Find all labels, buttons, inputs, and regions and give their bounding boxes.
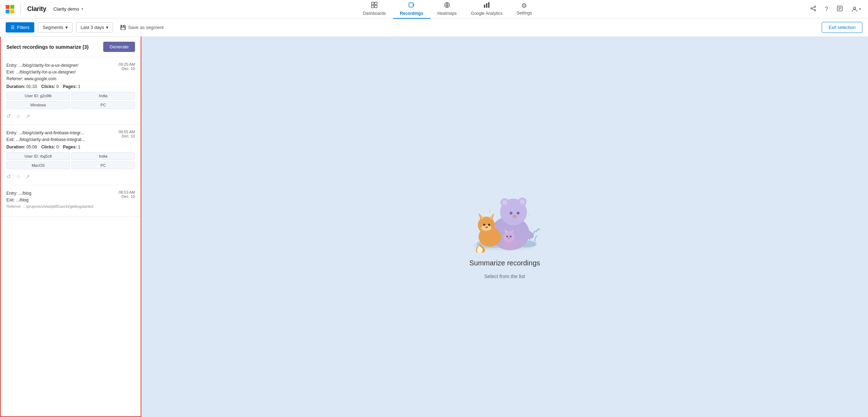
date-range-label: Last 3 days [81, 25, 104, 30]
user-id-tag: User ID: g2o9lb [6, 92, 70, 100]
svg-rect-0 [6, 5, 10, 9]
share-icon[interactable]: ↗ [25, 174, 30, 180]
recording-url-block: Entry: .../blog/clarity-and-firebase-int… [6, 130, 85, 143]
pages-meta: Pages: 1 [63, 84, 80, 89]
svg-point-18 [814, 10, 816, 11]
svg-point-38 [514, 215, 516, 217]
recording-meta: Duration: 01:33 Clicks: 0 Pages: 1 [6, 84, 135, 89]
svg-marker-9 [414, 4, 415, 6]
help-button[interactable]: ? [823, 5, 829, 14]
recording-time: 08:53 AM Dec. 10 [119, 190, 135, 199]
svg-point-57 [506, 235, 508, 237]
svg-point-16 [814, 6, 816, 7]
dashboards-icon [371, 2, 377, 10]
account-button[interactable]: ▾ [850, 5, 862, 14]
svg-rect-7 [375, 5, 377, 8]
svg-rect-3 [10, 10, 14, 13]
tab-google-analytics-label: Google Analytics [471, 11, 502, 16]
star-icon[interactable]: ☆ [16, 174, 20, 180]
left-panel-header: Select recordings to summarize (3) Gener… [1, 37, 141, 57]
svg-point-58 [510, 235, 512, 237]
toolbar: ☰ Filters Segments ▾ Last 3 days ▾ 💾 Sav… [0, 18, 868, 37]
time-value: 08:53 AM [119, 190, 135, 194]
tab-recordings[interactable]: Recordings [393, 0, 430, 19]
country-tag: India [71, 92, 135, 100]
tab-heatmaps-label: Heatmaps [438, 11, 457, 16]
recordings-icon [409, 2, 415, 10]
tab-dashboards-label: Dashboards [363, 11, 386, 16]
time-value: 09:25 AM [119, 62, 135, 66]
notes-button[interactable] [835, 4, 844, 14]
replay-icon[interactable]: ↺ [6, 174, 11, 180]
left-panel: Select recordings to summarize (3) Gener… [0, 37, 141, 417]
account-chevron-icon: ▾ [859, 7, 861, 11]
share-button[interactable] [809, 4, 818, 14]
summary-illustration: ✦ ✦ · [459, 175, 551, 253]
recording-tags: User ID: g2o9lb India Windows PC [6, 92, 135, 109]
recording-meta: Duration: 05:08 Clicks: 0 Pages: 1 [6, 145, 135, 149]
os-tag: MacOS [6, 161, 70, 169]
save-segment-button[interactable]: 💾 Save as segment [117, 23, 167, 32]
duration-meta: Duration: 05:08 [6, 145, 37, 149]
exit-url: Exit: .../blog/clarity-and-firebase-inte… [6, 136, 85, 143]
exit-url: Exit: .../blog [6, 197, 93, 204]
svg-rect-4 [371, 2, 374, 5]
date-value: Dec. 10 [119, 134, 135, 138]
project-chevron-icon: ▾ [81, 7, 83, 11]
svg-point-59 [508, 237, 510, 239]
exit-selection-button[interactable]: Exit selection [822, 22, 862, 33]
segments-button[interactable]: Segments ▾ [38, 22, 72, 33]
right-panel: ✦ ✦ · Summarize recordings Select from t… [141, 37, 868, 417]
replay-icon[interactable]: ↺ [6, 113, 11, 119]
generate-label: Generate [110, 44, 129, 49]
recording-time: 09:25 AM Dec. 10 [119, 62, 135, 71]
nav-tabs: Dashboards Recordings Heatmaps [86, 0, 809, 19]
svg-point-52 [503, 231, 515, 242]
share-icon[interactable]: ↗ [25, 113, 30, 119]
filters-button[interactable]: ☰ Filters [6, 22, 34, 33]
pages-meta: Pages: 1 [63, 145, 80, 149]
settings-icon: ⚙ [521, 2, 527, 10]
save-icon: 💾 [120, 25, 126, 30]
recording-url-block: Entry: .../blog Exit: .../blog Referrer:… [6, 190, 93, 210]
svg-point-25 [854, 7, 856, 9]
date-range-button[interactable]: Last 3 days ▾ [76, 22, 113, 33]
svg-line-20 [812, 8, 814, 10]
tab-recordings-label: Recordings [400, 11, 423, 16]
entry-url: Entry: .../blog [6, 190, 93, 197]
svg-text:✦: ✦ [488, 208, 492, 214]
referrer: Referrer: www.google.com [6, 76, 78, 82]
entry-url: Entry: .../blog/clarity-for-a-ux-designe… [6, 62, 78, 69]
svg-point-33 [502, 200, 507, 205]
tab-google-analytics[interactable]: Google Analytics [464, 0, 509, 19]
svg-rect-15 [488, 2, 489, 8]
clicks-meta: Clicks: 0 [41, 84, 59, 89]
exit-url: Exit: .../blog/clarity-for-a-ux-designer… [6, 69, 78, 76]
clicks-meta: Clicks: 0 [41, 145, 59, 149]
recording-actions: ↺ ☆ ↗ [6, 172, 135, 180]
recording-tags: User ID: rbg5c8 India MacOS PC [6, 152, 135, 169]
brand-area: Clarity [6, 4, 46, 14]
tab-dashboards[interactable]: Dashboards [356, 0, 393, 19]
tab-heatmaps[interactable]: Heatmaps [430, 0, 464, 19]
svg-rect-2 [6, 10, 10, 13]
recording-card[interactable]: Entry: .../blog/clarity-for-a-ux-designe… [1, 57, 141, 125]
project-name: Clarity demo [53, 6, 79, 12]
generate-button[interactable]: Generate [103, 42, 135, 52]
svg-text:·: · [528, 221, 528, 224]
entry-url: Entry: .../blog/clarity-and-firebase-int… [6, 130, 85, 136]
top-navigation: Clarity Clarity demo ▾ Dashboards [0, 0, 868, 18]
star-icon[interactable]: ☆ [16, 113, 20, 119]
heatmaps-icon [444, 2, 450, 10]
duration-meta: Duration: 01:33 [6, 84, 37, 89]
svg-rect-14 [486, 3, 487, 8]
recording-card[interactable]: Entry: .../blog/clarity-and-firebase-int… [1, 125, 141, 185]
tab-settings[interactable]: ⚙ Settings [510, 0, 539, 18]
recording-card[interactable]: Entry: .../blog Exit: .../blog Referrer:… [1, 185, 141, 217]
user-id-tag: User ID: rbg5c8 [6, 152, 70, 160]
referrer: Referrer: .../projects/view/pbl81aoi1t/g… [6, 204, 93, 210]
right-panel-title: Summarize recordings [469, 259, 540, 267]
tab-settings-label: Settings [517, 11, 532, 16]
project-selector[interactable]: Clarity demo ▾ [51, 5, 86, 13]
recording-time: 08:55 AM Dec. 10 [119, 130, 135, 138]
